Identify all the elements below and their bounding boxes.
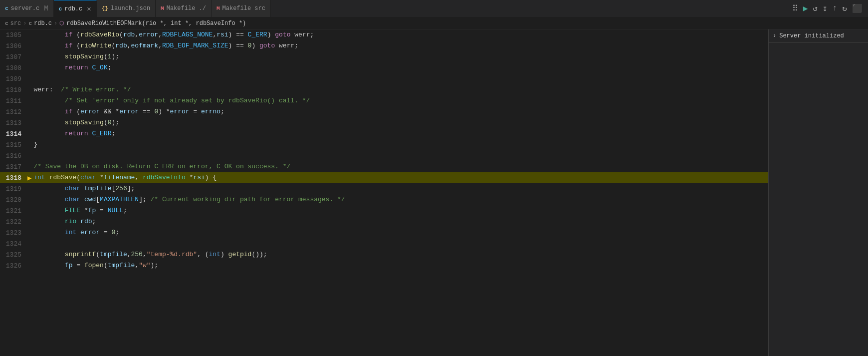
line-content: stopSaving(1);: [31, 51, 868, 62]
breadcrumb-src[interactable]: src: [10, 20, 21, 27]
stop-icon[interactable]: ⬛: [851, 2, 863, 14]
lang-icon-make2: M: [217, 5, 220, 11]
table-row: 1322 rio rdb;: [0, 216, 868, 227]
line-content: /* Set 'error' only if not already set b…: [31, 95, 868, 106]
debug-indicator: [27, 117, 31, 128]
tabs-container: c server.c M c rdb.c ✕ {} launch.json M …: [0, 0, 271, 17]
line-number: 1309: [0, 73, 27, 84]
table-row: 1305 if (rdbSaveRio(rdb,error,RDBFLAGS_N…: [0, 29, 868, 40]
table-row: 1307 stopSaving(1);: [0, 51, 868, 62]
tab-bar: c server.c M c rdb.c ✕ {} launch.json M …: [0, 0, 868, 17]
line-number: 1323: [0, 227, 27, 238]
tab-makefile-src[interactable]: M Makefile src: [212, 0, 271, 17]
line-content: FILE *fp = NULL;: [31, 205, 868, 216]
line-content: }: [31, 139, 868, 150]
line-number: 1319: [0, 183, 27, 194]
tab-server-c[interactable]: c server.c M: [0, 0, 54, 17]
line-content: if (error && *error == 0) *error = errno…: [31, 106, 868, 117]
table-row: 1316: [0, 150, 868, 161]
table-row: 1306 if (rioWrite(rdb,eofmark,RDB_EOF_MA…: [0, 40, 868, 51]
line-number: 1315: [0, 139, 27, 150]
table-row: 1309: [0, 73, 868, 84]
line-number: 1325: [0, 249, 27, 260]
table-row: 1323 int error = 0;: [0, 227, 868, 238]
tab-makefile-dot[interactable]: M Makefile ./: [156, 0, 212, 17]
grid-icon[interactable]: ⠿: [791, 2, 799, 14]
editor-container: 1305 if (rdbSaveRio(rdb,error,RDBFLAGS_N…: [0, 29, 868, 356]
tab-label-server-c: server.c: [11, 5, 40, 12]
debug-indicator: [27, 29, 31, 40]
table-row: 1325 snprintf(tmpfile,256,"temp-%d.rdb",…: [0, 249, 868, 260]
line-content: [31, 150, 868, 161]
line-number: 1305: [0, 29, 27, 40]
lang-icon-json: {}: [102, 5, 108, 11]
breadcrumb-function[interactable]: rdbSaveRioWithEOFMark(rio *, int *, rdbS…: [66, 20, 246, 27]
debug-indicator: [27, 249, 31, 260]
debug-arrow-indicator: ▶: [27, 172, 31, 183]
line-number: 1322: [0, 216, 27, 227]
line-content: char cwd[MAXPATHLEN]; /* Current working…: [31, 194, 868, 205]
debug-indicator: [27, 40, 31, 51]
tab-rdb-c[interactable]: c rdb.c ✕: [54, 0, 97, 17]
debug-indicator: [27, 216, 31, 227]
step-back-icon[interactable]: ↻: [841, 2, 848, 14]
line-number: 1307: [0, 51, 27, 62]
debug-indicator: [27, 51, 31, 62]
code-lines: 1305 if (rdbSaveRio(rdb,error,RDBFLAGS_N…: [0, 29, 868, 271]
debug-indicator: [27, 238, 31, 249]
table-row: 1324: [0, 238, 868, 249]
debug-indicator: [27, 183, 31, 194]
debug-indicator: [27, 95, 31, 106]
debug-indicator: [27, 227, 31, 238]
line-content: stopSaving(0);: [31, 117, 868, 128]
debug-indicator: [27, 161, 31, 172]
line-content: /* Save the DB on disk. Return C_ERR on …: [31, 161, 868, 172]
server-initialized-label: Server initialized: [779, 32, 844, 39]
line-content: [31, 238, 868, 249]
line-number: 1324: [0, 238, 27, 249]
table-row: 1308 return C_OK;: [0, 62, 868, 73]
line-content: rio rdb;: [31, 216, 868, 227]
line-content: snprintf(tmpfile,256,"temp-%d.rdb", (int…: [31, 249, 868, 260]
breadcrumb-c-icon: c: [5, 20, 8, 26]
debug-indicator: [27, 150, 31, 161]
line-content: return C_OK;: [31, 62, 868, 73]
line-content: int rdbSave(char *filename, rdbSaveInfo …: [31, 172, 868, 183]
debug-indicator: [27, 194, 31, 205]
restart-icon[interactable]: ↺: [812, 2, 819, 14]
table-row: 1317 /* Save the DB on disk. Return C_ER…: [0, 161, 868, 172]
server-panel: › Server initialized: [768, 29, 868, 356]
table-row: 1312 if (error && *error == 0) *error = …: [0, 106, 868, 117]
play-icon[interactable]: ▶: [802, 2, 809, 14]
line-number: 1321: [0, 205, 27, 216]
breadcrumb-sep1: ›: [23, 20, 26, 27]
table-row: 1321 FILE *fp = NULL;: [0, 205, 868, 216]
tab-launch-json[interactable]: {} launch.json: [97, 0, 156, 17]
lang-icon-c: c: [5, 5, 8, 11]
line-content: if (rioWrite(rdb,eofmark,RDB_EOF_MARK_SI…: [31, 40, 868, 51]
step-out-icon[interactable]: ↑: [832, 3, 839, 14]
debug-indicator: [27, 139, 31, 150]
breadcrumb-file[interactable]: rdb.c: [34, 20, 52, 27]
close-tab-rdb-c[interactable]: ✕: [87, 5, 91, 12]
breadcrumb-sep2: ›: [54, 20, 57, 27]
table-row: 1319 char tmpfile[256];: [0, 183, 868, 194]
line-content: char tmpfile[256];: [31, 183, 868, 194]
debug-indicator: [27, 73, 31, 84]
breadcrumb-func-icon: ⬡: [59, 20, 64, 26]
table-row: 1320 char cwd[MAXPATHLEN]; /* Current wo…: [0, 194, 868, 205]
line-number: 1317: [0, 161, 27, 172]
server-panel-header[interactable]: › Server initialized: [769, 29, 868, 43]
line-number: 1310: [0, 84, 27, 95]
toolbar-icons: ⠿ ▶ ↺ ↧ ↑ ↻ ⬛: [791, 2, 868, 14]
line-number: 1308: [0, 62, 27, 73]
code-area[interactable]: 1305 if (rdbSaveRio(rdb,error,RDBFLAGS_N…: [0, 29, 868, 356]
close-tab-server-c[interactable]: M: [44, 5, 48, 12]
breadcrumb: c src › c rdb.c › ⬡ rdbSaveRioWithEOFMar…: [0, 17, 868, 29]
table-row: 1313 stopSaving(0);: [0, 117, 868, 128]
breadcrumb-c-icon2: c: [28, 20, 32, 26]
chevron-right-icon: ›: [773, 32, 776, 39]
line-number: 1318: [0, 172, 27, 183]
step-over-icon[interactable]: ↧: [822, 2, 829, 14]
debug-indicator: [27, 62, 31, 73]
